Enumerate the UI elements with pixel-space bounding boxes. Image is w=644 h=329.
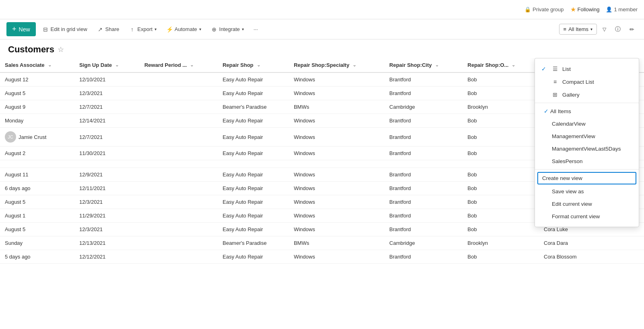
table-row: Sunday12/13/2021Beamer's ParadiseBMWsCam… <box>0 236 644 250</box>
filter-button[interactable] <box>599 24 609 34</box>
cell-sign-up-date: 12/9/2021 <box>74 168 140 182</box>
cell-sales-associate: 6 days ago <box>0 182 74 195</box>
cell-specialty: Windows <box>289 128 384 147</box>
cell-sales-associate: August 11 <box>0 168 74 182</box>
cell-reward-period <box>140 160 218 168</box>
col-header-sign-up-date[interactable]: Sign Up Date ⌄ <box>74 58 140 72</box>
cell-repair-shop[interactable]: Easy Auto Repair <box>218 147 289 160</box>
cell-sales-associate: August 12 <box>0 72 74 87</box>
cell-sales-associate: Monday <box>0 114 74 128</box>
cell-repair-shop[interactable]: Easy Auto Repair <box>218 114 289 128</box>
avatar: JC <box>5 131 16 143</box>
view-type-section: ✓ ☰ List ✓ ≡ Compact List ✓ ⊞ Gallery <box>535 61 639 103</box>
cell-other: Bob <box>463 182 539 195</box>
gallery-icon: ⊞ <box>552 91 558 98</box>
share-button[interactable]: Share <box>94 24 123 35</box>
cell-repair-shop[interactable]: Easy Auto Repair <box>218 182 289 195</box>
list-icon: ☰ <box>552 66 558 72</box>
cell-reward-period <box>140 147 218 160</box>
saved-view-management-last5[interactable]: ManagementViewLast5Days <box>535 143 639 155</box>
cell-repair-shop[interactable]: Easy Auto Repair <box>218 223 289 236</box>
compact-label: Compact List <box>562 79 594 85</box>
dropdown-item-compact[interactable]: ✓ ≡ Compact List <box>535 75 639 88</box>
lock-icon: 🔒 <box>524 6 531 12</box>
cell-sign-up-date: 12/10/2021 <box>74 72 140 87</box>
col-header-repair-shop-specialty[interactable]: Repair Shop:Specialty ⌄ <box>289 58 384 72</box>
automate-icon <box>166 26 173 33</box>
col-header-reward-period[interactable]: Reward Period ... ⌄ <box>140 58 218 72</box>
edit-button[interactable] <box>626 24 638 35</box>
page-title-star-icon[interactable]: ☆ <box>58 45 64 54</box>
saved-view-calendar[interactable]: CalendarView <box>535 118 639 130</box>
integrate-icon <box>211 26 217 33</box>
all-items-chevron-icon: ▾ <box>590 27 592 31</box>
cell-reward-period <box>140 87 218 100</box>
cell-sales-associate: August 9 <box>0 100 74 114</box>
member-button[interactable]: 👤 1 member <box>606 6 638 12</box>
export-chevron-icon: ▾ <box>155 27 157 31</box>
integrate-button[interactable]: Integrate ▾ <box>208 24 247 35</box>
cell-sign-up-date: 11/29/2021 <box>74 209 140 223</box>
col-header-repair-shop[interactable]: Repair Shop ⌄ <box>218 58 289 72</box>
cell-repair-shop[interactable]: Easy Auto Repair <box>218 72 289 87</box>
cell-city <box>384 160 462 168</box>
cell-repair-shop[interactable]: Easy Auto Repair <box>218 250 289 264</box>
saved-view-management[interactable]: ManagementView <box>535 130 639 143</box>
cell-city: Brantford <box>384 147 462 160</box>
col-header-repair-shop-other[interactable]: Repair Shop:O... ⌄ <box>463 58 539 72</box>
cell-reward-period <box>140 195 218 209</box>
dropdown-item-gallery[interactable]: ✓ ⊞ Gallery <box>535 88 639 101</box>
cell-reward-period <box>140 128 218 147</box>
cell-city: Brantford <box>384 182 462 195</box>
saved-view-salesperson[interactable]: SalesPerson <box>535 155 639 168</box>
gallery-label: Gallery <box>562 92 580 98</box>
following-label: Following <box>578 6 600 12</box>
edit-grid-button[interactable]: Edit in grid view <box>39 24 91 35</box>
info-button[interactable] <box>612 24 624 35</box>
cell-repair-shop[interactable]: Easy Auto Repair <box>218 168 289 182</box>
cell-sign-up-date: 12/7/2021 <box>74 100 140 114</box>
all-items-dropdown-button[interactable]: ≡ All Items ▾ <box>559 24 597 35</box>
more-button[interactable]: ··· <box>250 24 261 34</box>
cell-specialty: Windows <box>289 223 384 236</box>
cell-specialty: Windows <box>289 87 384 100</box>
cell-specialty: Windows <box>289 72 384 87</box>
edit-icon <box>630 26 634 33</box>
cell-sales-associate: 5 days ago <box>0 250 74 264</box>
format-current-view-button[interactable]: Format current view <box>535 210 639 223</box>
cell-specialty: Windows <box>289 168 384 182</box>
cell-full-name: Cora Blossom <box>539 250 606 264</box>
create-new-view-button[interactable]: Create new view <box>537 172 636 184</box>
dropdown-item-list[interactable]: ✓ ☰ List <box>535 62 639 75</box>
save-view-as-button[interactable]: Save view as <box>535 185 639 198</box>
new-button[interactable]: + New <box>6 22 36 36</box>
integrate-label: Integrate <box>219 26 240 32</box>
cell-repair-shop[interactable]: Beamer's Paradise <box>218 236 289 250</box>
col-header-sales-associate[interactable]: Sales Associate ⌄ <box>0 58 74 72</box>
cell-specialty: Windows <box>289 182 384 195</box>
automate-button[interactable]: Automate ▾ <box>163 24 204 35</box>
info-icon <box>615 26 621 33</box>
cell-specialty: Windows <box>289 147 384 160</box>
automate-label: Automate <box>175 26 197 32</box>
cell-repair-shop[interactable]: Beamer's Paradise <box>218 100 289 114</box>
col-header-repair-shop-city[interactable]: Repair Shop:City ⌄ <box>384 58 462 72</box>
cell-sales-associate <box>0 160 74 168</box>
cell-repair-shop[interactable]: Easy Auto Repair <box>218 87 289 100</box>
private-group: 🔒 Private group <box>524 6 564 12</box>
check-icon-list: ✓ <box>541 66 548 72</box>
edit-current-view-button[interactable]: Edit current view <box>535 198 639 210</box>
saved-views-section: All Items CalendarView ManagementView Ma… <box>535 103 639 170</box>
cell-sign-up-date: 12/11/2021 <box>74 182 140 195</box>
export-button[interactable]: Export ▾ <box>126 24 160 35</box>
cell-repair-shop[interactable]: Easy Auto Repair <box>218 195 289 209</box>
cell-city: Brantford <box>384 87 462 100</box>
top-bar: 🔒 Private group ★ Following 👤 1 member <box>0 0 644 19</box>
sort-icon-city: ⌄ <box>435 62 439 68</box>
following-button[interactable]: ★ Following <box>570 6 600 13</box>
cell-repair-shop[interactable]: Easy Auto Repair <box>218 128 289 147</box>
cell-repair-shop[interactable]: Easy Auto Repair <box>218 209 289 223</box>
cell-city: Brantford <box>384 250 462 264</box>
saved-view-all-items[interactable]: All Items <box>535 105 639 118</box>
cell-reward-period <box>140 114 218 128</box>
